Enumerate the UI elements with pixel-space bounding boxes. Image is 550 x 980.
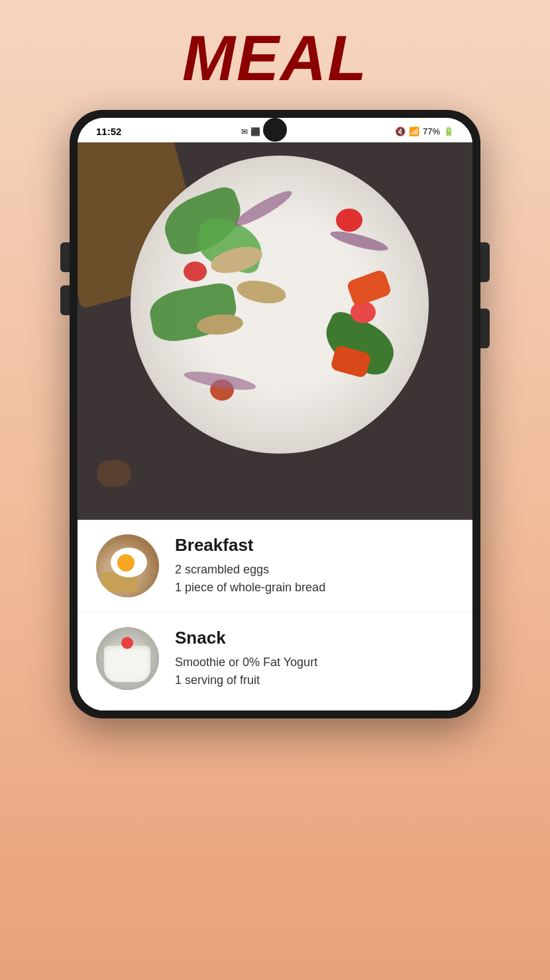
snack-item-1: Smoothie or 0% Fat Yogurt (175, 654, 454, 671)
tomato-3 (351, 301, 376, 323)
breakfast-card: Breakfast 2 scrambled eggs 1 piece of wh… (78, 520, 472, 612)
berry (121, 637, 133, 649)
mail-icon: ✉ (241, 127, 248, 136)
status-icons: 🔇 📶 77% 🔋 (395, 126, 454, 136)
battery-text: 77% (423, 126, 440, 136)
food-hero-image (78, 142, 472, 520)
lettuce-3 (146, 281, 240, 344)
camera-icon: ⬛ (250, 127, 260, 136)
snack-item-2: 1 serving of fruit (175, 671, 454, 689)
tomato-1 (336, 209, 362, 232)
snack-card: Snack Smoothie or 0% Fat Yogurt 1 servin… (78, 612, 472, 710)
salad-bowl (131, 156, 429, 454)
pepper-1 (346, 269, 392, 307)
battery-icon: 🔋 (443, 126, 454, 136)
phone-notch (263, 118, 287, 142)
wifi-icon: 📶 (409, 126, 419, 136)
phone-screen: 11:52 ✉ ⬛ ◎ • 🔇 📶 77% 🔋 (78, 118, 472, 710)
snack-image (96, 627, 159, 690)
breakfast-title: Breakfast (175, 535, 454, 556)
snack-title: Snack (175, 628, 454, 648)
snack-info: Snack Smoothie or 0% Fat Yogurt 1 servin… (175, 628, 454, 689)
chicken-2 (235, 277, 288, 307)
breakfast-item-1: 2 scrambled eggs (175, 561, 454, 579)
tomato-2 (184, 262, 207, 281)
volume-btn-up (60, 242, 70, 272)
mute-icon: 🔇 (395, 126, 406, 136)
meal-cards: Breakfast 2 scrambled eggs 1 piece of wh… (78, 520, 472, 710)
breakfast-item-2: 1 piece of whole-grain bread (175, 579, 454, 597)
onion-2 (329, 228, 390, 255)
page-title: MEAL (182, 26, 368, 90)
phone-frame: 11:52 ✉ ⬛ ◎ • 🔇 📶 77% 🔋 (70, 110, 480, 718)
breakfast-info: Breakfast 2 scrambled eggs 1 piece of wh… (175, 535, 454, 597)
breakfast-image (96, 534, 159, 597)
onion-1 (231, 186, 296, 230)
yogurt-bowl (104, 646, 150, 682)
egg-yolk (117, 554, 135, 571)
sesame-bowl (97, 460, 131, 487)
status-time: 11:52 (96, 126, 121, 137)
volume-btn-down (60, 285, 70, 315)
phone-mockup: 11:52 ✉ ⬛ ◎ • 🔇 📶 77% 🔋 (70, 110, 480, 718)
